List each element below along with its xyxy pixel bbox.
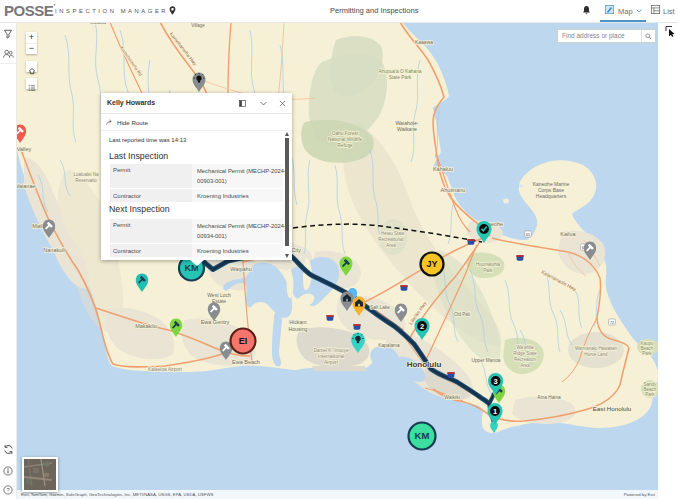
svg-text:Area: Area <box>520 363 530 368</box>
svg-text:Oahu Forest: Oahu Forest <box>332 131 359 136</box>
svg-text:EI: EI <box>239 336 248 346</box>
svg-text:Kalaeloa Airport: Kalaeloa Airport <box>148 367 183 372</box>
svg-text:Upper Manoa: Upper Manoa <box>471 358 500 363</box>
svg-text:?: ? <box>6 487 9 493</box>
svg-text:Ahupua'a O Kahana: Ahupua'a O Kahana <box>378 69 421 74</box>
svg-text:65: 65 <box>526 232 531 237</box>
svg-text:Recreation: Recreation <box>514 357 536 362</box>
svg-text:Maili: Maili <box>32 223 43 229</box>
svg-text:Ewa Gentry: Ewa Gentry <box>201 319 230 325</box>
svg-text:East Honolulu: East Honolulu <box>593 405 632 412</box>
svg-text:Waikane: Waikane <box>397 126 417 132</box>
svg-text:72: 72 <box>610 320 615 325</box>
svg-text:Village: Village <box>191 23 205 28</box>
svg-text:Wa'ahila: Wa'ahila <box>517 345 534 350</box>
svg-text:National Wildlife: National Wildlife <box>328 137 363 142</box>
svg-text:Kaaawa: Kaaawa <box>415 39 433 45</box>
svg-text:Ewa Beach: Ewa Beach <box>232 359 260 365</box>
svg-text:KM: KM <box>415 430 430 441</box>
svg-text:Kailua: Kailua <box>560 231 576 237</box>
svg-text:2: 2 <box>420 322 424 331</box>
svg-text:Recreational: Recreational <box>378 237 403 242</box>
svg-text:Salt Lake: Salt Lake <box>370 305 390 310</box>
svg-text:Park: Park <box>642 351 652 356</box>
svg-text:JY: JY <box>426 259 437 269</box>
svg-text:Hoomaluhia: Hoomaluhia <box>476 262 501 267</box>
svg-text:Kapalama: Kapalama <box>378 343 400 348</box>
svg-text:Daniel K. Inouye: Daniel K. Inouye <box>313 348 349 353</box>
svg-text:Ridge State: Ridge State <box>513 351 537 356</box>
svg-text:International: International <box>318 354 344 359</box>
svg-text:Kahaluu: Kahaluu <box>433 166 453 172</box>
svg-text:Valley: Valley <box>17 146 32 152</box>
svg-text:Aina Haina: Aina Haina <box>537 395 561 400</box>
svg-text:Waikiki: Waikiki <box>444 394 460 400</box>
svg-text:Home Land: Home Land <box>584 352 608 357</box>
svg-text:Nanakuli: Nanakuli <box>43 247 64 253</box>
svg-text:3: 3 <box>494 377 498 386</box>
svg-text:Waimanalo Hawaiian: Waimanalo Hawaiian <box>575 346 618 351</box>
svg-text:Waipahu: Waipahu <box>230 266 252 272</box>
svg-text:Reservatio: Reservatio <box>75 178 97 183</box>
svg-text:Refuge: Refuge <box>337 143 353 148</box>
svg-text:Park: Park <box>645 392 655 397</box>
svg-text:Park: Park <box>483 268 493 273</box>
svg-text:Ahuimanu: Ahuimanu <box>441 187 466 193</box>
svg-text:Waianae: Waianae <box>17 183 36 189</box>
svg-text:1: 1 <box>493 407 497 416</box>
svg-text:City: City <box>291 247 301 253</box>
svg-text:Honolulu: Honolulu <box>407 360 442 369</box>
svg-text:Headquarters: Headquarters <box>536 193 567 199</box>
svg-text:State Park: State Park <box>389 75 412 80</box>
svg-text:Old Pali: Old Pali <box>454 312 470 317</box>
svg-text:...Heiau State: ...Heiau State <box>377 231 405 236</box>
svg-text:Lualualei Na: Lualualei Na <box>73 172 99 177</box>
svg-text:Makakilo: Makakilo <box>135 323 157 329</box>
svg-text:Area: Area <box>386 243 396 248</box>
svg-text:Airport: Airport <box>324 360 339 365</box>
svg-text:Housing: Housing <box>288 326 307 332</box>
svg-text:Hickam: Hickam <box>289 319 306 325</box>
